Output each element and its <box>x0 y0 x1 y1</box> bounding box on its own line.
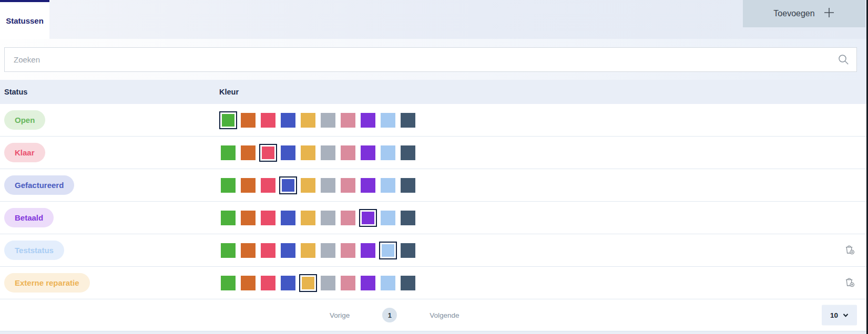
next-page-button[interactable]: Volgende <box>430 311 459 319</box>
table-row: Klaar <box>0 137 868 169</box>
color-swatch[interactable] <box>219 176 237 194</box>
color-swatch[interactable] <box>279 144 297 162</box>
status-table-body: Open Klaar Gefactureerd Betaald Teststat… <box>0 104 868 299</box>
column-header-status: Status <box>0 88 219 96</box>
color-swatch[interactable] <box>319 274 337 292</box>
table-header: Status Kleur <box>0 80 868 104</box>
column-header-kleur: Kleur <box>219 88 239 96</box>
color-swatch[interactable] <box>259 111 277 129</box>
color-swatch[interactable] <box>359 111 377 129</box>
page-size-select[interactable]: 10 <box>822 305 857 326</box>
status-badge: Klaar <box>4 143 45 162</box>
color-swatch[interactable] <box>219 144 237 162</box>
tab-strip: Statussen Toevoegen <box>0 0 868 39</box>
table-row: Open <box>0 104 868 137</box>
color-swatch-selected[interactable] <box>279 176 297 194</box>
color-swatch-strip <box>219 176 417 194</box>
color-swatch[interactable] <box>399 209 417 227</box>
color-swatch[interactable] <box>259 274 277 292</box>
search-row <box>0 39 868 80</box>
color-swatch-strip <box>219 209 417 227</box>
color-swatch[interactable] <box>239 111 257 129</box>
color-swatch-selected[interactable] <box>299 274 317 292</box>
color-swatch[interactable] <box>239 176 257 194</box>
delete-status-button[interactable] <box>845 244 855 257</box>
status-badge: Teststatus <box>4 241 64 260</box>
color-swatch[interactable] <box>279 242 297 259</box>
color-swatch-strip <box>219 144 417 162</box>
color-swatch[interactable] <box>339 111 357 129</box>
color-swatch[interactable] <box>359 274 377 292</box>
color-swatch[interactable] <box>279 111 297 129</box>
pagination-bar: Vorige 1 Volgende 10 <box>0 299 868 331</box>
color-swatch[interactable] <box>299 144 317 162</box>
color-swatch[interactable] <box>239 209 257 227</box>
color-swatch[interactable] <box>399 176 417 194</box>
status-badge: Externe reparatie <box>4 273 90 293</box>
color-swatch[interactable] <box>339 209 357 227</box>
previous-page-button[interactable]: Vorige <box>330 311 350 319</box>
color-swatch[interactable] <box>359 144 377 162</box>
color-swatch[interactable] <box>279 209 297 227</box>
color-swatch[interactable] <box>319 209 337 227</box>
color-swatch[interactable] <box>299 242 317 259</box>
color-swatch[interactable] <box>399 111 417 129</box>
color-swatch-strip <box>219 274 417 292</box>
color-swatch[interactable] <box>279 274 297 292</box>
color-swatch[interactable] <box>299 111 317 129</box>
color-swatch[interactable] <box>379 111 397 129</box>
color-swatch[interactable] <box>379 274 397 292</box>
trash-delete-icon <box>845 244 855 257</box>
color-swatch-strip <box>219 242 417 259</box>
table-row: Betaald <box>0 202 868 234</box>
color-swatch[interactable] <box>359 242 377 259</box>
color-swatch[interactable] <box>339 144 357 162</box>
color-swatch[interactable] <box>319 176 337 194</box>
color-swatch[interactable] <box>399 242 417 259</box>
table-row: Gefactureerd <box>0 169 868 202</box>
table-row: Externe reparatie <box>0 267 868 299</box>
search-box <box>4 47 857 72</box>
color-swatch[interactable] <box>379 209 397 227</box>
color-swatch[interactable] <box>379 144 397 162</box>
color-swatch-selected[interactable] <box>379 242 397 259</box>
search-icon[interactable] <box>838 54 849 65</box>
color-swatch[interactable] <box>259 242 277 259</box>
color-swatch[interactable] <box>399 144 417 162</box>
color-swatch-strip <box>219 111 417 129</box>
status-badge: Gefactureerd <box>4 175 74 195</box>
add-status-button[interactable]: Toevoegen <box>743 0 865 27</box>
page-size-value: 10 <box>830 311 838 319</box>
delete-status-button[interactable] <box>845 277 855 289</box>
color-swatch[interactable] <box>319 242 337 259</box>
color-swatch[interactable] <box>339 176 357 194</box>
color-swatch-selected[interactable] <box>219 111 237 129</box>
color-swatch[interactable] <box>359 176 377 194</box>
color-swatch[interactable] <box>299 209 317 227</box>
color-swatch[interactable] <box>319 144 337 162</box>
color-swatch[interactable] <box>339 274 357 292</box>
plus-icon <box>823 7 835 20</box>
search-input[interactable] <box>5 55 838 64</box>
color-swatch[interactable] <box>239 274 257 292</box>
color-swatch[interactable] <box>259 209 277 227</box>
color-swatch[interactable] <box>339 242 357 259</box>
color-swatch[interactable] <box>219 242 237 259</box>
color-swatch[interactable] <box>239 144 257 162</box>
color-swatch[interactable] <box>319 111 337 129</box>
color-swatch[interactable] <box>259 176 277 194</box>
color-swatch[interactable] <box>239 242 257 259</box>
color-swatch[interactable] <box>219 209 237 227</box>
trash-delete-icon <box>845 277 855 289</box>
color-swatch[interactable] <box>299 176 317 194</box>
status-badge: Betaald <box>4 208 54 227</box>
bottom-strip <box>0 331 868 334</box>
tab-statussen[interactable]: Statussen <box>0 0 49 39</box>
current-page-indicator[interactable]: 1 <box>382 308 397 322</box>
color-swatch[interactable] <box>399 274 417 292</box>
tab-label: Statussen <box>6 16 44 25</box>
color-swatch[interactable] <box>379 176 397 194</box>
color-swatch[interactable] <box>219 274 237 292</box>
color-swatch-selected[interactable] <box>259 144 277 162</box>
color-swatch-selected[interactable] <box>359 209 377 227</box>
